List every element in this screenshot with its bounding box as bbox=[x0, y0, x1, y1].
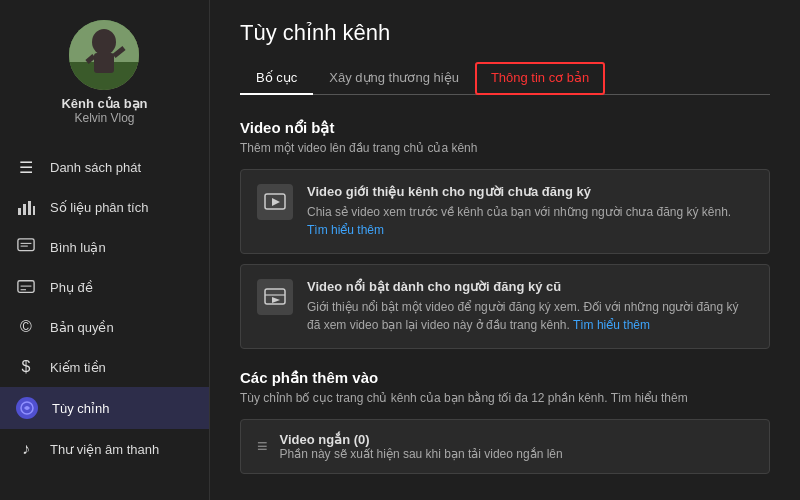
add-sections-section: Các phần thêm vào Tùy chỉnh bố cục trang… bbox=[240, 369, 770, 474]
short-video-body: Video ngắn (0) Phần này sẽ xuất hiện sau… bbox=[280, 432, 563, 461]
svg-rect-9 bbox=[28, 201, 31, 215]
card-intro-video: Video giới thiệu kênh cho người chưa đăn… bbox=[240, 169, 770, 254]
sidebar-item-monetize[interactable]: $ Kiếm tiền bbox=[0, 347, 209, 387]
card-featured-desc: Giới thiệu nổi bật một video để người đă… bbox=[307, 298, 753, 334]
main-content: Tùy chỉnh kênh Bố cục Xây dựng thương hi… bbox=[210, 0, 800, 500]
sidebar-item-playlist-label: Danh sách phát bbox=[50, 160, 141, 175]
svg-rect-10 bbox=[33, 206, 35, 215]
short-video-title: Video ngắn (0) bbox=[280, 432, 563, 447]
featured-section-title: Video nổi bật bbox=[240, 119, 770, 137]
card-body-intro: Video giới thiệu kênh cho người chưa đăn… bbox=[307, 184, 753, 239]
short-video-desc: Phần này sẽ xuất hiện sau khi bạn tải vi… bbox=[280, 447, 563, 461]
customize-icon bbox=[16, 397, 38, 419]
channel-name: Kênh của bạn bbox=[61, 96, 147, 111]
tab-basic-info[interactable]: Thông tin cơ bản bbox=[475, 62, 605, 95]
card-body-featured: Video nổi bật dành cho người đăng ký cũ … bbox=[307, 279, 753, 334]
add-sections-title: Các phần thêm vào bbox=[240, 369, 770, 387]
tabs-container: Bố cục Xây dựng thương hiệu Thông tin cơ… bbox=[240, 62, 770, 95]
analytics-icon bbox=[16, 197, 36, 217]
featured-video-section: Video nổi bật Thêm một video lên đầu tra… bbox=[240, 119, 770, 349]
sidebar-item-monetize-label: Kiếm tiền bbox=[50, 360, 106, 375]
tab-layout[interactable]: Bố cục bbox=[240, 62, 313, 95]
copyright-icon: © bbox=[16, 317, 36, 337]
add-sections-subtitle: Tùy chỉnh bố cục trang chủ kênh của bạn … bbox=[240, 391, 770, 405]
sidebar-item-audio[interactable]: ♪ Thư viện âm thanh bbox=[0, 429, 209, 469]
sidebar-item-playlist[interactable]: ☰ Danh sách phát bbox=[0, 147, 209, 187]
svg-rect-4 bbox=[94, 53, 114, 73]
nav-items: ☰ Danh sách phát Số liệu phân tích bbox=[0, 147, 209, 469]
sidebar: Kênh của bạn Kelvin Vlog ☰ Danh sách phá… bbox=[0, 0, 210, 500]
comments-icon bbox=[16, 237, 36, 257]
playlist-icon: ☰ bbox=[16, 157, 36, 177]
sidebar-item-copyright-label: Bản quyền bbox=[50, 320, 114, 335]
card-featured-link[interactable]: Tìm hiểu thêm bbox=[573, 318, 650, 332]
audio-icon: ♪ bbox=[16, 439, 36, 459]
svg-marker-22 bbox=[272, 297, 280, 303]
svg-marker-19 bbox=[272, 198, 280, 206]
drag-icon[interactable]: ≡ bbox=[257, 436, 268, 457]
svg-rect-7 bbox=[18, 208, 21, 215]
sidebar-item-customize-label: Tùy chỉnh bbox=[52, 401, 109, 416]
sidebar-item-subtitles[interactable]: Phụ đề bbox=[0, 267, 209, 307]
svg-point-3 bbox=[92, 29, 116, 55]
page-title: Tùy chỉnh kênh bbox=[240, 20, 770, 46]
sidebar-item-comments-label: Bình luận bbox=[50, 240, 106, 255]
card-icon-featured bbox=[257, 279, 293, 315]
short-video-row: ≡ Video ngắn (0) Phần này sẽ xuất hiện s… bbox=[240, 419, 770, 474]
card-intro-desc: Chia sẻ video xem trước về kênh của bạn … bbox=[307, 203, 753, 239]
featured-section-subtitle: Thêm một video lên đầu trang chủ của kên… bbox=[240, 141, 770, 155]
tab-branding[interactable]: Xây dựng thương hiệu bbox=[313, 62, 475, 95]
channel-sub: Kelvin Vlog bbox=[74, 111, 134, 125]
sidebar-item-audio-label: Thư viện âm thanh bbox=[50, 442, 159, 457]
svg-rect-8 bbox=[23, 204, 26, 215]
card-icon-intro bbox=[257, 184, 293, 220]
sidebar-item-comments[interactable]: Bình luận bbox=[0, 227, 209, 267]
card-intro-title: Video giới thiệu kênh cho người chưa đăn… bbox=[307, 184, 753, 199]
card-intro-link[interactable]: Tìm hiểu thêm bbox=[307, 223, 384, 237]
svg-rect-11 bbox=[18, 239, 34, 251]
sidebar-item-analytics[interactable]: Số liệu phân tích bbox=[0, 187, 209, 227]
sidebar-item-customize[interactable]: Tùy chỉnh bbox=[0, 387, 209, 429]
card-featured-subscribers: Video nổi bật dành cho người đăng ký cũ … bbox=[240, 264, 770, 349]
monetize-icon: $ bbox=[16, 357, 36, 377]
sidebar-item-copyright[interactable]: © Bản quyền bbox=[0, 307, 209, 347]
avatar-container: Kênh của bạn Kelvin Vlog bbox=[61, 20, 147, 125]
sidebar-item-subtitles-label: Phụ đề bbox=[50, 280, 93, 295]
avatar bbox=[69, 20, 139, 90]
add-sections-link[interactable]: Tìm hiểu thêm bbox=[611, 391, 688, 405]
sidebar-item-analytics-label: Số liệu phân tích bbox=[50, 200, 148, 215]
subtitles-icon bbox=[16, 277, 36, 297]
card-featured-title: Video nổi bật dành cho người đăng ký cũ bbox=[307, 279, 753, 294]
